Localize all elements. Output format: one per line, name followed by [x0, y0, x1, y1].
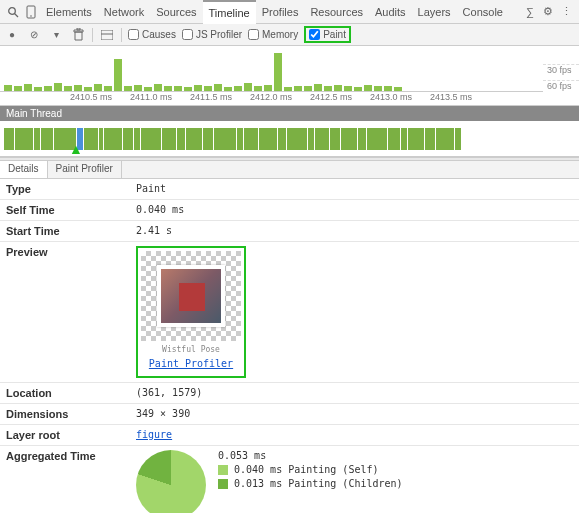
fps-x-tick: 2411.5 ms	[190, 92, 250, 105]
layer-root-label: Layer root	[0, 425, 130, 445]
top-tab-network[interactable]: Network	[98, 0, 150, 24]
thread-segment[interactable]	[214, 128, 236, 150]
top-tab-audits[interactable]: Audits	[369, 0, 412, 24]
thread-segment[interactable]	[41, 128, 53, 150]
type-label: Type	[0, 179, 130, 199]
thread-segment[interactable]	[388, 128, 400, 150]
fps-x-tick: 2413.5 ms	[430, 92, 490, 105]
separator	[121, 28, 122, 42]
thread-segment[interactable]	[358, 128, 366, 150]
gc-icon[interactable]	[70, 27, 86, 43]
preview-caption: Wistful Pose	[141, 341, 241, 358]
fps-bar	[314, 84, 322, 91]
thread-segment[interactable]	[278, 128, 286, 150]
view-mode-icon[interactable]	[99, 27, 115, 43]
thread-segment[interactable]	[330, 128, 340, 150]
selection-arrow-icon: ▲	[69, 141, 83, 157]
thread-segment[interactable]	[123, 128, 133, 150]
causes-checkbox[interactable]: Causes	[128, 29, 176, 40]
layer-root-link[interactable]: figure	[136, 429, 172, 440]
fps-bar	[24, 84, 32, 91]
separator	[92, 28, 93, 42]
thread-segment[interactable]	[425, 128, 435, 150]
fps-bar	[244, 83, 252, 91]
thread-segment[interactable]	[203, 128, 213, 150]
thread-segment[interactable]	[401, 128, 407, 150]
self-time-label: Self Time	[0, 200, 130, 220]
top-tab-console[interactable]: Console	[457, 0, 509, 24]
thread-segment[interactable]	[287, 128, 307, 150]
jsprofiler-checkbox[interactable]: JS Profiler	[182, 29, 242, 40]
thread-segment[interactable]	[455, 128, 461, 150]
search-icon[interactable]	[4, 0, 22, 24]
thread-segment[interactable]	[141, 128, 161, 150]
location-label: Location	[0, 383, 130, 403]
details-tab-details[interactable]: Details	[0, 161, 48, 178]
fps-x-tick: 2413.0 ms	[370, 92, 430, 105]
thread-segment[interactable]	[308, 128, 314, 150]
preview-image	[157, 265, 225, 327]
thread-segment[interactable]	[367, 128, 387, 150]
top-tab-profiles[interactable]: Profiles	[256, 0, 305, 24]
paint-checkbox[interactable]: Paint	[304, 26, 351, 43]
top-tab-elements[interactable]: Elements	[40, 0, 98, 24]
main-thread-track[interactable]: ▲	[0, 121, 579, 157]
swatch-children	[218, 479, 228, 489]
devtools-top-tabs: ElementsNetworkSourcesTimelineProfilesRe…	[0, 0, 579, 24]
top-tab-resources[interactable]: Resources	[304, 0, 369, 24]
fps-x-tick: 2411.0 ms	[130, 92, 190, 105]
record-icon[interactable]: ●	[4, 27, 20, 43]
svg-line-1	[15, 13, 19, 17]
svg-rect-4	[101, 30, 113, 40]
dimensions-value: 349 × 390	[130, 404, 579, 424]
thread-segment[interactable]	[4, 128, 14, 150]
thread-segment[interactable]	[244, 128, 258, 150]
thread-segment[interactable]	[436, 128, 454, 150]
fps-tick-30: 30 fps	[543, 64, 579, 75]
top-tab-layers[interactable]: Layers	[412, 0, 457, 24]
top-tab-sources[interactable]: Sources	[150, 0, 202, 24]
preview-label: Preview	[0, 242, 130, 382]
fps-bar	[154, 84, 162, 91]
dimensions-label: Dimensions	[0, 404, 130, 424]
aggregated-pie-chart	[136, 450, 206, 513]
thread-segment[interactable]	[408, 128, 424, 150]
fps-graph[interactable]: 30 fps 60 fps 2410.5 ms2411.0 ms2411.5 m…	[0, 46, 579, 106]
details-panel: TypePaint Self Time0.040 ms Start Time2.…	[0, 179, 579, 513]
clear-icon[interactable]: ⊘	[26, 27, 42, 43]
thread-segment[interactable]	[162, 128, 176, 150]
thread-segment[interactable]	[134, 128, 140, 150]
preview-thumbnail[interactable]: Wistful Pose Paint Profiler	[141, 251, 241, 373]
thread-segment[interactable]	[84, 128, 98, 150]
thread-segment[interactable]	[15, 128, 33, 150]
fps-x-tick: 2412.0 ms	[250, 92, 310, 105]
svg-point-0	[9, 7, 16, 14]
fps-x-tick: 2410.5 ms	[70, 92, 130, 105]
thread-segment[interactable]	[237, 128, 243, 150]
filter-icon[interactable]: ▾	[48, 27, 64, 43]
gear-icon[interactable]: ⚙	[539, 0, 557, 24]
thread-segment[interactable]	[186, 128, 202, 150]
thread-segment[interactable]	[341, 128, 357, 150]
thread-segment[interactable]	[34, 128, 40, 150]
aggregated-total: 0.053 ms	[218, 450, 403, 461]
thread-segment[interactable]	[99, 128, 103, 150]
thread-segment[interactable]	[259, 128, 277, 150]
more-icon[interactable]: ⋮	[557, 0, 575, 24]
top-tab-timeline[interactable]: Timeline	[203, 0, 256, 24]
device-icon[interactable]	[22, 0, 40, 24]
memory-checkbox[interactable]: Memory	[248, 29, 298, 40]
type-value: Paint	[130, 179, 579, 199]
svg-point-3	[30, 15, 32, 17]
thread-segment[interactable]	[104, 128, 122, 150]
console-toggle-icon[interactable]: ∑	[521, 0, 539, 24]
aggregated-time-label: Aggregated Time	[0, 446, 130, 513]
main-thread-header: Main Thread	[0, 106, 579, 121]
thread-segment[interactable]	[177, 128, 185, 150]
self-time-value: 0.040 ms	[130, 200, 579, 220]
details-tab-paint-profiler[interactable]: Paint Profiler	[48, 161, 122, 178]
thread-segment[interactable]	[315, 128, 329, 150]
paint-profiler-link[interactable]: Paint Profiler	[149, 358, 233, 369]
swatch-self	[218, 465, 228, 475]
location-value: (361, 1579)	[130, 383, 579, 403]
